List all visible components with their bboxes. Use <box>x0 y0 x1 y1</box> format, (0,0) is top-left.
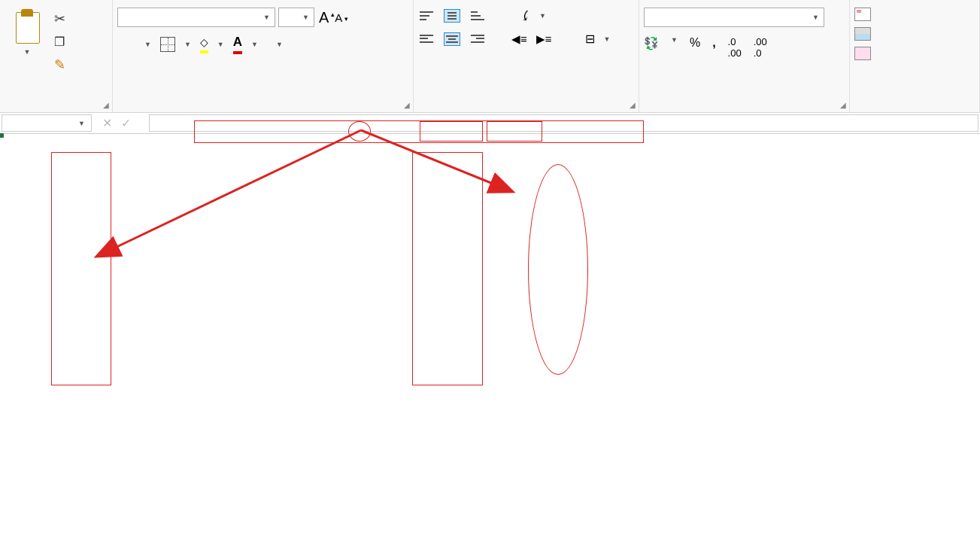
format-table-button[interactable] <box>854 27 875 41</box>
number-format-select[interactable]: ▼ <box>644 8 824 27</box>
increase-decimal-icon[interactable]: .0.00 <box>728 36 742 59</box>
annotation-box <box>412 152 483 385</box>
orientation-icon[interactable]: ⤹ <box>519 8 530 24</box>
decrease-font-icon[interactable]: A <box>333 11 344 24</box>
active-cell-border <box>0 134 3 137</box>
align-bottom-icon[interactable] <box>469 9 486 23</box>
formula-bar: ▼ ✕ ✓ <box>0 113 980 134</box>
align-left-icon[interactable] <box>418 32 435 46</box>
dialog-launcher-icon[interactable]: ◢ <box>630 101 636 109</box>
paste-button[interactable]: ▼ <box>5 8 50 56</box>
align-top-icon[interactable] <box>418 9 435 23</box>
font-size-select[interactable]: ▼ <box>278 8 314 27</box>
group-label-clipboard <box>5 106 108 111</box>
annotation-ellipse <box>528 164 588 375</box>
align-right-icon[interactable] <box>469 32 486 46</box>
chevron-down-icon[interactable]: ▼ <box>184 41 191 48</box>
font-name-select[interactable]: ▼ <box>117 8 275 27</box>
annotation-box <box>51 152 111 385</box>
dialog-launcher-icon[interactable]: ◢ <box>103 101 109 109</box>
cut-icon[interactable]: ✂ <box>54 11 65 27</box>
comma-format-icon[interactable]: , <box>712 36 715 59</box>
chevron-down-icon[interactable]: ▼ <box>539 12 546 20</box>
font-color-icon[interactable]: A <box>233 35 242 54</box>
cell-styles-icon <box>854 47 871 60</box>
chevron-down-icon[interactable]: ▼ <box>5 48 50 56</box>
group-label-font <box>117 106 408 111</box>
conditional-format-button[interactable] <box>854 8 875 21</box>
align-center-icon[interactable] <box>444 32 460 46</box>
chevron-down-icon[interactable]: ▼ <box>604 35 611 43</box>
chevron-down-icon[interactable]: ▼ <box>276 41 283 48</box>
fill-color-icon[interactable]: ◇ <box>200 36 208 53</box>
enter-icon[interactable]: ✓ <box>121 116 131 130</box>
increase-font-icon[interactable]: A <box>317 9 330 26</box>
svg-line-0 <box>98 130 361 256</box>
group-label-number <box>644 106 845 111</box>
conditional-format-icon <box>854 8 871 21</box>
ribbon-group-styles <box>850 0 980 112</box>
chevron-down-icon[interactable]: ▼ <box>251 41 258 48</box>
merge-cells-icon[interactable]: ⊟ <box>585 32 595 46</box>
dialog-launcher-icon[interactable]: ◢ <box>404 101 410 109</box>
cell-styles-button[interactable] <box>854 47 875 60</box>
ribbon-group-clipboard: ▼ ✂ ❐ ✎ ◢ <box>0 0 113 112</box>
group-label-styles <box>854 106 975 111</box>
borders-icon[interactable] <box>160 37 175 52</box>
ribbon-group-align: ⤹▼ ◀≡ ▶≡ ⊟▼ ◢ <box>414 0 639 112</box>
ribbon-group-font: ▼ ▼ A A ▼ ▼ ◇▼ A▼ ▼ ◢ <box>113 0 414 112</box>
cancel-icon[interactable]: ✕ <box>102 116 112 130</box>
annotation-arrow <box>0 119 677 269</box>
paste-icon <box>11 8 43 45</box>
percent-format-icon[interactable]: % <box>690 36 700 59</box>
align-middle-icon[interactable] <box>444 9 460 23</box>
ribbon-group-number: ▼ 💱▼ % , .0.00 .00.0 ◢ <box>639 0 850 112</box>
chevron-down-icon[interactable]: ▼ <box>217 41 224 48</box>
group-label-align <box>418 106 634 111</box>
format-table-icon <box>854 27 871 41</box>
svg-line-1 <box>361 130 511 191</box>
chevron-down-icon[interactable]: ▼ <box>671 36 678 59</box>
chevron-down-icon[interactable]: ▼ <box>144 41 151 48</box>
name-box[interactable]: ▼ <box>2 114 92 132</box>
accounting-format-icon[interactable]: 💱 <box>644 36 659 59</box>
copy-icon[interactable]: ❐ <box>54 35 65 49</box>
ribbon: ▼ ✂ ❐ ✎ ◢ ▼ ▼ A A ▼ ▼ ◇▼ A <box>0 0 980 113</box>
decrease-indent-icon[interactable]: ◀≡ <box>511 32 527 46</box>
formula-input[interactable] <box>149 114 978 132</box>
increase-indent-icon[interactable]: ▶≡ <box>536 32 552 46</box>
format-painter-icon[interactable]: ✎ <box>54 56 65 73</box>
decrease-decimal-icon[interactable]: .00.0 <box>754 36 767 59</box>
dialog-launcher-icon[interactable]: ◢ <box>840 101 846 109</box>
